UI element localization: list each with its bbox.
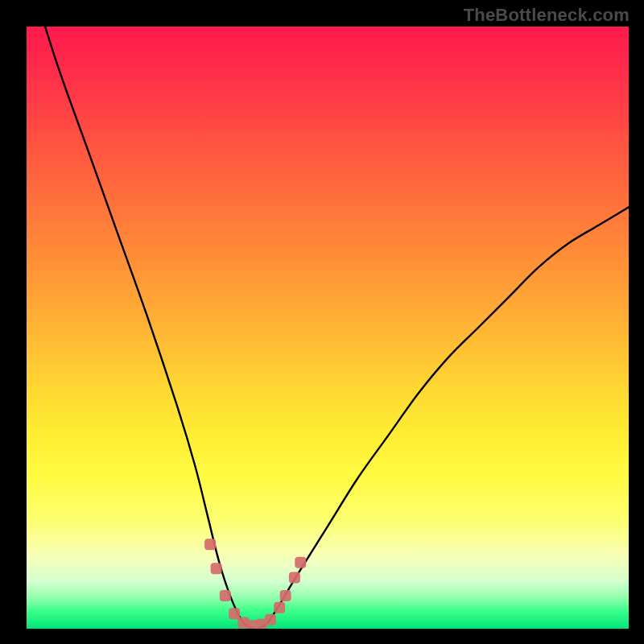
chart-frame: TheBottleneck.com: [0, 0, 644, 644]
curve-marker: [204, 539, 216, 550]
curve-marker: [211, 563, 222, 574]
curve-marker: [295, 557, 306, 568]
curve-marker: [229, 608, 240, 619]
curve-marker: [220, 590, 231, 601]
curve-marker: [274, 602, 285, 613]
bottleneck-curve: [27, 27, 629, 629]
curve-marker: [289, 572, 300, 583]
chart-svg: [27, 27, 629, 629]
curve-layer: [27, 27, 629, 629]
curve-marker: [265, 614, 276, 625]
plot-area: [27, 27, 629, 629]
watermark-text: TheBottleneck.com: [464, 5, 630, 26]
curve-marker: [280, 590, 291, 601]
